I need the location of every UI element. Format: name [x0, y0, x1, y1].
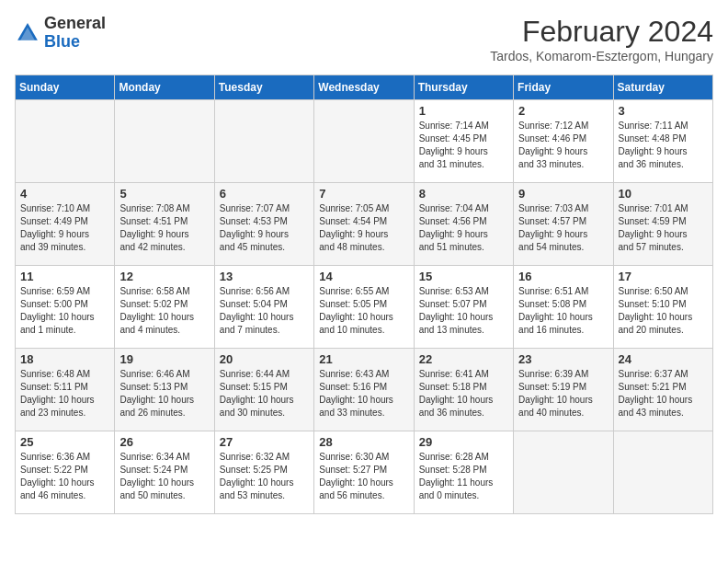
day-info: Sunrise: 6:55 AM Sunset: 5:05 PM Dayligh… — [319, 285, 408, 337]
week-row-3: 18Sunrise: 6:48 AM Sunset: 5:11 PM Dayli… — [16, 349, 713, 431]
logo-icon — [15, 20, 40, 46]
day-cell: 26Sunrise: 6:34 AM Sunset: 5:24 PM Dayli… — [115, 431, 214, 514]
day-info: Sunrise: 6:34 AM Sunset: 5:24 PM Dayligh… — [119, 451, 209, 502]
day-info: Sunrise: 6:39 AM Sunset: 5:19 PM Dayligh… — [518, 368, 608, 419]
header-sunday: Sunday — [16, 75, 115, 100]
day-number: 14 — [319, 270, 408, 283]
day-cell: 6Sunrise: 7:07 AM Sunset: 4:53 PM Daylig… — [214, 183, 313, 266]
week-row-2: 11Sunrise: 6:59 AM Sunset: 5:00 PM Dayli… — [16, 266, 713, 349]
day-info: Sunrise: 6:56 AM Sunset: 5:04 PM Dayligh… — [220, 285, 309, 337]
day-info: Sunrise: 7:05 AM Sunset: 4:54 PM Dayligh… — [319, 202, 408, 254]
day-info: Sunrise: 7:04 AM Sunset: 4:56 PM Dayligh… — [419, 202, 508, 254]
day-cell: 21Sunrise: 6:43 AM Sunset: 5:16 PM Dayli… — [314, 349, 414, 431]
day-cell: 29Sunrise: 6:28 AM Sunset: 5:28 PM Dayli… — [414, 431, 513, 514]
calendar-body: 1Sunrise: 7:14 AM Sunset: 4:45 PM Daylig… — [16, 100, 713, 514]
week-row-1: 4Sunrise: 7:10 AM Sunset: 4:49 PM Daylig… — [16, 183, 713, 266]
day-cell — [214, 100, 313, 183]
day-cell: 13Sunrise: 6:56 AM Sunset: 5:04 PM Dayli… — [214, 266, 313, 349]
day-number: 11 — [20, 270, 109, 283]
day-cell: 14Sunrise: 6:55 AM Sunset: 5:05 PM Dayli… — [314, 266, 414, 349]
day-info: Sunrise: 6:59 AM Sunset: 5:00 PM Dayligh… — [20, 285, 109, 337]
header-friday: Friday — [514, 75, 613, 100]
day-cell: 19Sunrise: 6:46 AM Sunset: 5:13 PM Dayli… — [115, 349, 214, 431]
day-cell: 5Sunrise: 7:08 AM Sunset: 4:51 PM Daylig… — [115, 183, 214, 266]
day-info: Sunrise: 6:43 AM Sunset: 5:16 PM Dayligh… — [319, 368, 408, 419]
day-number: 22 — [419, 352, 508, 366]
day-cell: 20Sunrise: 6:44 AM Sunset: 5:15 PM Dayli… — [214, 349, 313, 431]
day-number: 21 — [319, 352, 408, 366]
day-info: Sunrise: 6:50 AM Sunset: 5:10 PM Dayligh… — [619, 285, 708, 337]
day-info: Sunrise: 7:11 AM Sunset: 4:48 PM Dayligh… — [619, 120, 708, 171]
day-number: 23 — [518, 352, 608, 366]
day-number: 28 — [319, 435, 408, 449]
day-info: Sunrise: 7:08 AM Sunset: 4:51 PM Dayligh… — [119, 202, 209, 254]
day-info: Sunrise: 6:51 AM Sunset: 5:08 PM Dayligh… — [518, 285, 608, 337]
page-header: General Blue February 2024 Tardos, Komar… — [15, 15, 713, 63]
day-info: Sunrise: 7:03 AM Sunset: 4:57 PM Dayligh… — [518, 202, 608, 254]
day-info: Sunrise: 7:07 AM Sunset: 4:53 PM Dayligh… — [220, 202, 309, 254]
logo-text: General Blue — [44, 15, 106, 52]
day-cell: 1Sunrise: 7:14 AM Sunset: 4:45 PM Daylig… — [414, 100, 513, 183]
day-info: Sunrise: 6:30 AM Sunset: 5:27 PM Dayligh… — [319, 451, 408, 502]
day-number: 10 — [619, 187, 708, 201]
day-cell — [115, 100, 214, 183]
header-monday: Monday — [115, 75, 214, 100]
header-saturday: Saturday — [613, 75, 712, 100]
day-cell: 7Sunrise: 7:05 AM Sunset: 4:54 PM Daylig… — [314, 183, 414, 266]
calendar-header-row: SundayMondayTuesdayWednesdayThursdayFrid… — [16, 75, 713, 100]
day-cell: 22Sunrise: 6:41 AM Sunset: 5:18 PM Dayli… — [414, 349, 513, 431]
calendar-table: SundayMondayTuesdayWednesdayThursdayFrid… — [15, 75, 713, 514]
day-cell: 18Sunrise: 6:48 AM Sunset: 5:11 PM Dayli… — [16, 349, 115, 431]
day-cell: 24Sunrise: 6:37 AM Sunset: 5:21 PM Dayli… — [613, 349, 712, 431]
day-number: 17 — [619, 270, 708, 283]
location: Tardos, Komarom-Esztergom, Hungary — [490, 49, 713, 63]
day-cell: 28Sunrise: 6:30 AM Sunset: 5:27 PM Dayli… — [314, 431, 414, 514]
day-info: Sunrise: 6:48 AM Sunset: 5:11 PM Dayligh… — [20, 368, 109, 419]
day-cell: 23Sunrise: 6:39 AM Sunset: 5:19 PM Dayli… — [514, 349, 613, 431]
day-cell — [613, 431, 712, 514]
day-cell: 9Sunrise: 7:03 AM Sunset: 4:57 PM Daylig… — [514, 183, 613, 266]
day-number: 12 — [119, 270, 209, 283]
title-area: February 2024 Tardos, Komarom-Esztergom,… — [490, 15, 713, 63]
day-number: 20 — [220, 352, 309, 366]
logo: General Blue — [15, 15, 106, 52]
day-number: 18 — [20, 352, 109, 366]
day-number: 19 — [119, 352, 209, 366]
day-number: 29 — [419, 435, 508, 449]
day-cell: 17Sunrise: 6:50 AM Sunset: 5:10 PM Dayli… — [613, 266, 712, 349]
day-cell: 11Sunrise: 6:59 AM Sunset: 5:00 PM Dayli… — [16, 266, 115, 349]
month-title: February 2024 — [490, 15, 713, 49]
day-number: 25 — [20, 435, 109, 449]
day-cell — [314, 100, 414, 183]
day-info: Sunrise: 6:58 AM Sunset: 5:02 PM Dayligh… — [119, 285, 209, 337]
day-cell — [16, 100, 115, 183]
day-number: 15 — [419, 270, 508, 283]
day-number: 6 — [220, 187, 309, 201]
day-info: Sunrise: 6:46 AM Sunset: 5:13 PM Dayligh… — [119, 368, 209, 419]
day-cell: 27Sunrise: 6:32 AM Sunset: 5:25 PM Dayli… — [214, 431, 313, 514]
day-cell: 10Sunrise: 7:01 AM Sunset: 4:59 PM Dayli… — [613, 183, 712, 266]
day-cell: 16Sunrise: 6:51 AM Sunset: 5:08 PM Dayli… — [514, 266, 613, 349]
day-cell — [514, 431, 613, 514]
day-info: Sunrise: 6:36 AM Sunset: 5:22 PM Dayligh… — [20, 451, 109, 502]
day-cell: 4Sunrise: 7:10 AM Sunset: 4:49 PM Daylig… — [16, 183, 115, 266]
day-number: 4 — [20, 187, 109, 201]
header-thursday: Thursday — [414, 75, 513, 100]
day-number: 7 — [319, 187, 408, 201]
header-wednesday: Wednesday — [314, 75, 414, 100]
header-tuesday: Tuesday — [214, 75, 313, 100]
day-number: 8 — [419, 187, 508, 201]
day-info: Sunrise: 6:44 AM Sunset: 5:15 PM Dayligh… — [220, 368, 309, 419]
day-cell: 25Sunrise: 6:36 AM Sunset: 5:22 PM Dayli… — [16, 431, 115, 514]
day-number: 3 — [619, 104, 708, 118]
day-info: Sunrise: 6:32 AM Sunset: 5:25 PM Dayligh… — [220, 451, 309, 502]
day-number: 2 — [518, 104, 608, 118]
day-info: Sunrise: 7:12 AM Sunset: 4:46 PM Dayligh… — [518, 120, 608, 171]
day-info: Sunrise: 6:37 AM Sunset: 5:21 PM Dayligh… — [619, 368, 708, 419]
day-cell: 15Sunrise: 6:53 AM Sunset: 5:07 PM Dayli… — [414, 266, 513, 349]
day-info: Sunrise: 6:53 AM Sunset: 5:07 PM Dayligh… — [419, 285, 508, 337]
day-info: Sunrise: 6:28 AM Sunset: 5:28 PM Dayligh… — [419, 451, 508, 502]
day-cell: 8Sunrise: 7:04 AM Sunset: 4:56 PM Daylig… — [414, 183, 513, 266]
day-info: Sunrise: 6:41 AM Sunset: 5:18 PM Dayligh… — [419, 368, 508, 419]
day-info: Sunrise: 7:14 AM Sunset: 4:45 PM Dayligh… — [419, 120, 508, 171]
